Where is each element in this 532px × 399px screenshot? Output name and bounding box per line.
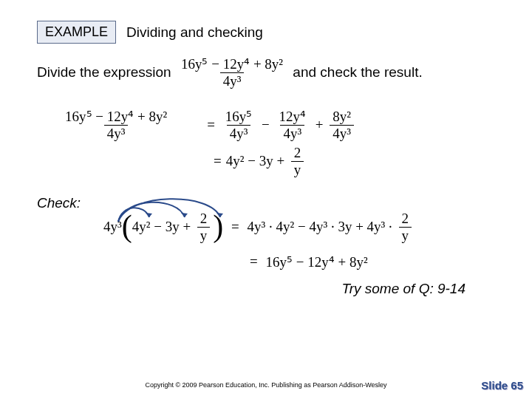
work-row2: = 4y² − 3y + 2 y [209, 146, 495, 177]
problem-fraction: 16y⁵ − 12y⁴ + 8y² 4y³ [178, 57, 286, 89]
p1dn: 2 [399, 211, 412, 227]
minus-icon: − [150, 219, 165, 235]
problem-statement: Divide the expression 16y⁵ − 12y⁴ + 8y² … [37, 57, 495, 89]
dot-icon: · [327, 219, 338, 235]
work-block: 16y⁵ − 12y⁴ + 8y² 4y³ = 16y⁵ 4y³ − 12y⁴ … [59, 109, 495, 177]
t2n: 12y⁴ [276, 109, 310, 125]
check-row1: 4y³ ( 4y² − 3y + 2 y ) = 4y³ · 4y² − 4y³… [103, 211, 495, 243]
lparen-icon: ( [122, 214, 132, 239]
plus-icon: + [312, 117, 327, 133]
dot-icon: · [265, 219, 276, 235]
dot-icon: · [385, 219, 395, 235]
t2d: 4y³ [280, 125, 304, 141]
problem-post: and check the result. [293, 64, 422, 81]
t1: 16y⁵ 4y³ [222, 109, 256, 141]
p1a3: 4y³ [367, 219, 386, 235]
r2a: 4y² [226, 153, 245, 169]
t3n: 8y² [330, 109, 354, 125]
frac-num: 16y⁵ − 12y⁴ + 8y² [178, 57, 286, 72]
lhs-den: 4y³ [104, 125, 129, 141]
problem-pre: Divide the expression [37, 64, 171, 81]
ct3n: 2 [197, 211, 211, 227]
rparen-icon: ) [213, 214, 223, 239]
equals-icon: = [231, 219, 239, 235]
p1c: 3y [338, 219, 352, 235]
t1d: 4y³ [227, 125, 251, 141]
equals-icon: = [214, 153, 222, 169]
frac-den: 4y³ [220, 72, 245, 89]
plus-icon: + [180, 219, 194, 235]
t1n: 16y⁵ [222, 109, 256, 125]
p1b: 4y² [276, 219, 295, 235]
equals-icon: = [250, 253, 258, 270]
copyright: Copyright © 2009 Pearson Education, Inc.… [0, 381, 532, 389]
example-badge: EXAMPLE [37, 21, 116, 44]
t3d: 4y³ [330, 125, 354, 141]
r2c: 2 y [291, 146, 304, 177]
t3: 8y² 4y³ [330, 109, 354, 141]
work-row1: 16y⁵ − 12y⁴ + 8y² 4y³ = 16y⁵ 4y³ − 12y⁴ … [59, 109, 495, 141]
try-prompt: Try some of Q: 9-14 [37, 281, 466, 297]
plus-icon: + [352, 219, 366, 235]
r2cd: y [291, 161, 304, 177]
lhs-num: 16y⁵ − 12y⁴ + 8y² [62, 109, 170, 125]
r2b: 3y [259, 153, 273, 169]
check-row2: = 16y⁵ − 12y⁴ + 8y² [245, 253, 495, 270]
p1d: 2 y [399, 211, 412, 243]
ct1: 4y² [132, 219, 151, 235]
equals-icon: = [207, 117, 215, 133]
plus-icon: + [273, 153, 288, 169]
lhs-frac: 16y⁵ − 12y⁴ + 8y² 4y³ [62, 109, 170, 141]
check-block: 4y³ ( 4y² − 3y + 2 y ) = 4y³ · 4y² − 4y³… [103, 211, 495, 270]
slide-number: Slide 65 [481, 379, 523, 392]
slide-title: Dividing and checking [126, 24, 263, 41]
ct3d: y [197, 227, 211, 243]
ct3: 2 y [197, 211, 211, 243]
p1dd: y [399, 227, 412, 243]
minus-icon: − [244, 153, 259, 169]
minus-icon: − [294, 219, 309, 235]
header: EXAMPLE Dividing and checking [37, 21, 495, 44]
check-label: Check: [37, 195, 495, 211]
ct2: 3y [166, 219, 180, 235]
factor: 4y³ [103, 219, 122, 235]
t2: 12y⁴ 4y³ [276, 109, 310, 141]
minus-icon: − [258, 117, 273, 133]
p1a2: 4y³ [309, 219, 327, 235]
final: 16y⁵ − 12y⁴ + 8y² [265, 253, 367, 270]
r2cn: 2 [291, 146, 304, 161]
p1a: 4y³ [248, 219, 266, 235]
